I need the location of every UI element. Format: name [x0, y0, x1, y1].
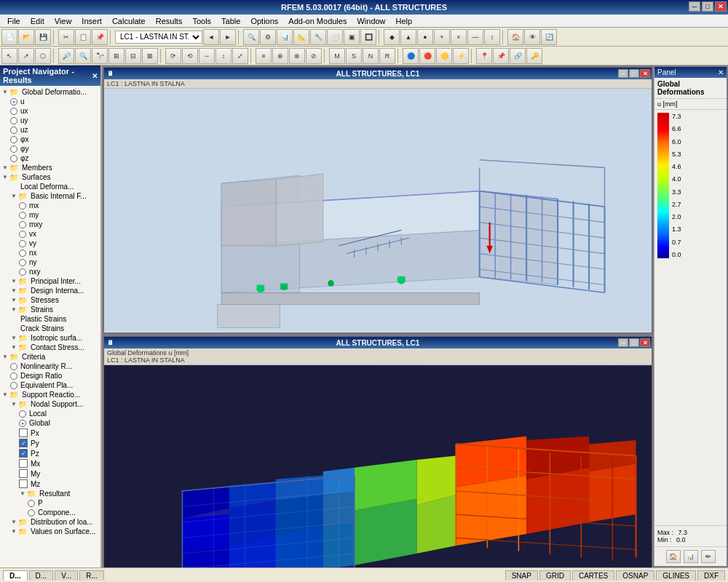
tree-item-33[interactable]: ▼📁Nodal Support... — [1, 399, 99, 409]
t2-btn-18[interactable]: ⊘ — [306, 48, 322, 64]
top-view-close[interactable]: ✕ — [640, 69, 650, 78]
t2-btn-4[interactable]: 🔎 — [58, 48, 74, 64]
toolbar-btn-10[interactable]: ▲ — [400, 29, 416, 45]
tree-item-11[interactable]: ▼📁Basic Internal F... — [1, 191, 99, 201]
tree-item-25[interactable]: Crack Strains — [1, 324, 99, 333]
tree-item-30[interactable]: Design Ratio — [1, 371, 99, 380]
legend-btn-1[interactable]: 🏠 — [666, 550, 681, 563]
t2-btn-17[interactable]: ⊗ — [289, 48, 305, 64]
tree-item-14[interactable]: mxy — [1, 220, 99, 229]
t2-btn-3[interactable]: ⬡ — [35, 48, 51, 64]
paste-button[interactable]: 📌 — [92, 29, 108, 45]
t2-btn-12[interactable]: ↔ — [199, 48, 215, 64]
menu-item-add-on-modules[interactable]: Add-on Modules — [284, 16, 351, 26]
tree-item-34[interactable]: Local — [1, 409, 99, 418]
t2-btn-10[interactable]: ⟳ — [165, 48, 181, 64]
toolbar-btn-3[interactable]: 📊 — [277, 29, 293, 45]
tree-item-28[interactable]: ▼📁Criteria — [1, 352, 99, 362]
tree-item-15[interactable]: vx — [1, 229, 99, 239]
tree-item-39[interactable]: Mx — [1, 458, 99, 469]
tree-item-36[interactable]: Px — [1, 428, 99, 438]
toolbar-btn-9[interactable]: ◆ — [384, 29, 400, 45]
t2-btn-6[interactable]: 🔭 — [92, 48, 108, 64]
glines-toggle[interactable]: GLINES — [656, 570, 696, 581]
osnap-toggle[interactable]: OSNAP — [616, 570, 654, 581]
dxf-toggle[interactable]: DXF — [697, 570, 725, 581]
toolbar-btn-4[interactable]: 📐 — [293, 29, 309, 45]
menu-item-insert[interactable]: Insert — [77, 16, 106, 26]
tree-item-6[interactable]: φy — [1, 144, 99, 154]
tree-item-12[interactable]: mx — [1, 201, 99, 210]
tree-item-23[interactable]: ▼📁Strains — [1, 305, 99, 314]
maximize-button[interactable]: □ — [702, 1, 713, 12]
tree-item-7[interactable]: φz — [1, 154, 99, 163]
menu-item-tools[interactable]: Tools — [188, 16, 215, 26]
t2-btn-15[interactable]: ≡ — [256, 48, 272, 64]
t2-btn-9[interactable]: ⊠ — [142, 48, 158, 64]
load-case-combo[interactable]: LC1 - LASTNA IN STALNA — [115, 31, 202, 44]
tree-item-2[interactable]: ux — [1, 106, 99, 116]
top-view-min[interactable]: ─ — [618, 69, 628, 78]
nav-prev-button[interactable]: ◄ — [203, 29, 219, 45]
t2-btn-27[interactable]: 📍 — [476, 48, 492, 64]
menu-item-view[interactable]: View — [50, 16, 76, 26]
tree-item-37[interactable]: ✓Py — [1, 438, 99, 448]
toolbar-btn-6[interactable]: ⬜ — [327, 29, 343, 45]
tree-item-32[interactable]: ▼📁Support Reactio... — [1, 390, 99, 399]
tree-item-10[interactable]: Local Deforma... — [1, 182, 99, 191]
tree-item-46[interactable]: ▼📁Values on Surface... — [1, 527, 99, 536]
t2-btn-11[interactable]: ⟲ — [182, 48, 198, 64]
tree-item-40[interactable]: My — [1, 469, 99, 479]
tree-item-16[interactable]: vy — [1, 239, 99, 248]
nav-panel-close[interactable]: ✕ — [92, 72, 98, 80]
bottom-view-min[interactable]: ─ — [618, 338, 628, 347]
menu-item-calculate[interactable]: Calculate — [108, 16, 150, 26]
grid-toggle[interactable]: GRID — [539, 570, 571, 581]
tree-item-44[interactable]: Compone... — [1, 508, 99, 517]
t2-btn-20[interactable]: S — [346, 48, 362, 64]
cut-button[interactable]: ✂ — [58, 29, 74, 45]
t2-btn-5[interactable]: 🔍 — [75, 48, 91, 64]
tree-item-19[interactable]: nxy — [1, 267, 99, 276]
menu-item-options[interactable]: Options — [246, 16, 282, 26]
tree-item-29[interactable]: Nonlinearity R... — [1, 362, 99, 371]
tree-item-38[interactable]: ✓Pz — [1, 448, 99, 458]
t2-btn-25[interactable]: 🟡 — [436, 48, 452, 64]
t2-btn-14[interactable]: ⤢ — [232, 48, 248, 64]
tree-item-3[interactable]: uy — [1, 116, 99, 125]
toolbar-btn-7[interactable]: ▣ — [344, 29, 360, 45]
status-tab-2[interactable]: V... — [55, 570, 78, 581]
tree-item-20[interactable]: ▼📁Principal Inter... — [1, 276, 99, 286]
toolbar-btn-17[interactable]: 👁 — [524, 29, 540, 45]
bottom-view-max[interactable]: □ — [629, 338, 639, 347]
new-button[interactable]: 📄 — [1, 29, 17, 45]
tree-item-4[interactable]: uz — [1, 125, 99, 135]
tree-item-18[interactable]: ny — [1, 258, 99, 267]
legend-btn-3[interactable]: ✏ — [701, 550, 716, 563]
t2-btn-26[interactable]: ⚡ — [453, 48, 469, 64]
tree-item-45[interactable]: ▼📁Distribution of loa... — [1, 517, 99, 527]
t2-btn-23[interactable]: 🔵 — [403, 48, 419, 64]
menu-item-table[interactable]: Table — [217, 16, 245, 26]
tree-item-22[interactable]: ▼📁Stresses — [1, 295, 99, 305]
tree-item-41[interactable]: Mz — [1, 479, 99, 489]
legend-close-button[interactable]: ✕ — [718, 68, 724, 76]
legend-btn-2[interactable]: 📊 — [684, 550, 698, 563]
menu-item-edit[interactable]: Edit — [26, 16, 49, 26]
status-tab-1[interactable]: D... — [29, 570, 54, 581]
copy-button[interactable]: 📋 — [75, 29, 91, 45]
tree-item-24[interactable]: Plastic Strains — [1, 314, 99, 324]
open-button[interactable]: 📂 — [18, 29, 34, 45]
tree-item-8[interactable]: ▼📁Members — [1, 163, 99, 172]
tree-item-9[interactable]: ▼📁Surfaces — [1, 172, 99, 182]
t2-btn-19[interactable]: M — [329, 48, 345, 64]
tree-item-35[interactable]: Global — [1, 418, 99, 428]
t2-btn-22[interactable]: R — [379, 48, 395, 64]
tree-item-17[interactable]: nx — [1, 248, 99, 258]
t2-btn-24[interactable]: 🔴 — [419, 48, 435, 64]
menu-item-window[interactable]: Window — [352, 16, 389, 26]
t2-btn-29[interactable]: 🔗 — [510, 48, 526, 64]
toolbar-btn-15[interactable]: ↕ — [484, 29, 500, 45]
toolbar-btn-14[interactable]: — — [467, 29, 483, 45]
close-button[interactable]: ✕ — [715, 1, 727, 12]
